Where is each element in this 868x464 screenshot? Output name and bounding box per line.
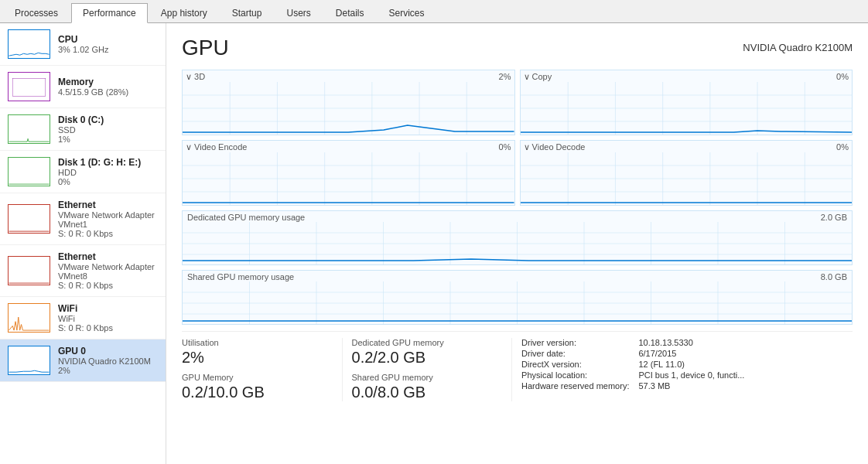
eth2-thumb bbox=[8, 256, 50, 285]
shared-label-value: 8.0 GB bbox=[821, 272, 847, 281]
disk1-info: Disk 1 (D: G: H: E:) HDD 0% bbox=[58, 157, 158, 186]
wifi-thumb bbox=[8, 303, 50, 333]
chart-vencode-title: ∨ Video Encode bbox=[186, 142, 247, 152]
chart-vdecode-title: ∨ Video Decode bbox=[524, 142, 586, 152]
shared-mem-label: Shared GPU memory bbox=[352, 373, 503, 382]
chart-copy-title: ∨ Copy bbox=[524, 72, 552, 82]
disk1-sub1: HDD bbox=[58, 168, 158, 177]
wifi-name: WiFi bbox=[58, 303, 158, 314]
gpu-sidebar-name: GPU 0 bbox=[58, 346, 158, 357]
chart-dedicated-label: Dedicated GPU memory usage 2.0 GB bbox=[183, 211, 852, 222]
disk1-sub2: 0% bbox=[58, 177, 158, 186]
chart-vencode-area bbox=[183, 152, 514, 205]
detail-value: 57.3 MB bbox=[638, 381, 853, 391]
gpu-model: NVIDIA Quadro K2100M bbox=[743, 42, 853, 53]
dedicated-mem-label: Dedicated GPU memory bbox=[352, 338, 503, 347]
gpu-panel: GPU NVIDIA Quadro K2100M ∨ 3D 2% bbox=[166, 23, 868, 464]
cpu-sub: 3% 1.02 GHz bbox=[58, 45, 158, 54]
chevron-vencode-icon[interactable]: ∨ bbox=[186, 142, 194, 152]
sidebar-item-disk1[interactable]: Disk 1 (D: G: H: E:) HDD 0% bbox=[0, 151, 166, 193]
eth1-sub1: VMware Network Adapter VMnet1 bbox=[58, 210, 158, 229]
eth2-info: Ethernet VMware Network Adapter VMnet8 S… bbox=[58, 251, 158, 290]
chart-vdecode: ∨ Video Decode 0% bbox=[520, 140, 853, 206]
gpu-title: GPU bbox=[182, 36, 229, 60]
chart-copy-label: ∨ Copy 0% bbox=[521, 70, 853, 82]
detail-key: Physical location: bbox=[521, 370, 629, 380]
eth1-sub2: S: 0 R: 0 Kbps bbox=[58, 229, 158, 238]
chevron-3d-icon[interactable]: ∨ bbox=[186, 72, 194, 81]
chart-shared-area bbox=[183, 281, 852, 324]
dedicated-label-value: 2.0 GB bbox=[821, 213, 847, 222]
detail-value: 6/17/2015 bbox=[638, 349, 853, 358]
detail-value: 12 (FL 11.0) bbox=[638, 360, 853, 369]
sidebar: CPU 3% 1.02 GHz Memory 4.5/15.9 GB (28%) bbox=[0, 23, 166, 464]
mem-name: Memory bbox=[58, 77, 158, 87]
tab-services[interactable]: Services bbox=[378, 3, 436, 22]
shared-mem-value: 0.0/8.0 GB bbox=[352, 384, 503, 401]
chart-3d-label: ∨ 3D 2% bbox=[183, 70, 514, 82]
sidebar-item-gpu[interactable]: GPU 0 NVIDIA Quadro K2100M 2% bbox=[0, 339, 166, 382]
sidebar-item-memory[interactable]: Memory 4.5/15.9 GB (28%) bbox=[0, 66, 166, 108]
disk0-thumb bbox=[8, 114, 50, 144]
tab-processes[interactable]: Processes bbox=[3, 3, 70, 22]
chart-copy: ∨ Copy 0% bbox=[520, 70, 853, 135]
stats-section: Utilisation 2% GPU Memory 0.2/10.0 GB De… bbox=[182, 331, 853, 401]
sidebar-item-wifi[interactable]: WiFi WiFi S: 0 R: 0 Kbps bbox=[0, 297, 166, 339]
eth2-name: Ethernet bbox=[58, 251, 158, 262]
tab-users[interactable]: Users bbox=[275, 3, 322, 22]
detail-key: DirectX version: bbox=[521, 360, 629, 369]
tab-startup[interactable]: Startup bbox=[220, 3, 274, 22]
mem-sub: 4.5/15.9 GB (28%) bbox=[58, 87, 158, 97]
gpu-thumb bbox=[8, 346, 50, 375]
disk0-info: Disk 0 (C:) SSD 1% bbox=[58, 114, 158, 144]
eth1-name: Ethernet bbox=[58, 200, 158, 210]
chart-vdecode-label: ∨ Video Decode 0% bbox=[521, 141, 853, 152]
chart-dedicated: Dedicated GPU memory usage 2.0 GB bbox=[182, 210, 853, 265]
cpu-name: CPU bbox=[58, 34, 158, 45]
chart-vencode-value: 0% bbox=[499, 142, 511, 152]
eth2-sub1: VMware Network Adapter VMnet8 bbox=[58, 262, 158, 281]
gpu-memory-label: GPU Memory bbox=[182, 373, 333, 382]
chevron-vdecode-icon[interactable]: ∨ bbox=[524, 142, 532, 152]
tab-performance[interactable]: Performance bbox=[71, 3, 148, 23]
utilisation-value: 2% bbox=[182, 349, 333, 367]
chart-dedicated-area bbox=[183, 222, 852, 264]
chevron-copy-icon[interactable]: ∨ bbox=[524, 72, 532, 81]
stats-utilisation: Utilisation 2% GPU Memory 0.2/10.0 GB bbox=[182, 338, 343, 401]
chart-shared: Shared GPU memory usage 8.0 GB bbox=[182, 270, 853, 325]
chart-3d-value: 2% bbox=[499, 72, 511, 82]
sidebar-item-eth1[interactable]: Ethernet VMware Network Adapter VMnet1 S… bbox=[0, 193, 166, 245]
tab-apphistory[interactable]: App history bbox=[149, 3, 219, 22]
sidebar-item-cpu[interactable]: CPU 3% 1.02 GHz bbox=[0, 23, 166, 66]
shared-label-text: Shared GPU memory usage bbox=[187, 272, 294, 281]
eth2-sub2: S: 0 R: 0 Kbps bbox=[58, 281, 158, 290]
chart-copy-area bbox=[521, 82, 853, 135]
wifi-sub1: WiFi bbox=[58, 314, 158, 323]
gpu-sidebar-sub1: NVIDIA Quadro K2100M bbox=[58, 357, 158, 366]
disk0-sub1: SSD bbox=[58, 125, 158, 135]
chart-copy-value: 0% bbox=[836, 72, 849, 82]
main-area: CPU 3% 1.02 GHz Memory 4.5/15.9 GB (28%) bbox=[0, 23, 868, 464]
detail-value: 10.18.13.5330 bbox=[638, 338, 853, 347]
stats-details: Driver version:10.18.13.5330Driver date:… bbox=[521, 338, 853, 401]
chart-shared-label: Shared GPU memory usage 8.0 GB bbox=[183, 271, 852, 281]
tab-bar: Processes Performance App history Startu… bbox=[0, 0, 868, 23]
chart-vencode: ∨ Video Encode 0% bbox=[182, 140, 515, 206]
eth1-thumb bbox=[8, 204, 50, 234]
chart-3d-title: ∨ 3D bbox=[186, 72, 205, 82]
svg-rect-0 bbox=[12, 79, 46, 97]
cpu-thumb bbox=[8, 29, 50, 59]
utilisation-label: Utilisation bbox=[182, 338, 333, 347]
gpu-top-charts: ∨ 3D 2% bbox=[182, 70, 853, 206]
gpu-sidebar-info: GPU 0 NVIDIA Quadro K2100M 2% bbox=[58, 346, 158, 375]
stats-memory: Dedicated GPU memory 0.2/2.0 GB Shared G… bbox=[352, 338, 513, 401]
mem-info: Memory 4.5/15.9 GB (28%) bbox=[58, 77, 158, 97]
sidebar-item-eth2[interactable]: Ethernet VMware Network Adapter VMnet8 S… bbox=[0, 245, 166, 297]
sidebar-item-disk0[interactable]: Disk 0 (C:) SSD 1% bbox=[0, 108, 166, 151]
disk1-name: Disk 1 (D: G: H: E:) bbox=[58, 157, 158, 168]
chart-3d-area bbox=[183, 82, 514, 135]
cpu-info: CPU 3% 1.02 GHz bbox=[58, 34, 158, 54]
dedicated-label-text: Dedicated GPU memory usage bbox=[187, 213, 305, 222]
wifi-sub2: S: 0 R: 0 Kbps bbox=[58, 323, 158, 333]
tab-details[interactable]: Details bbox=[324, 3, 376, 22]
